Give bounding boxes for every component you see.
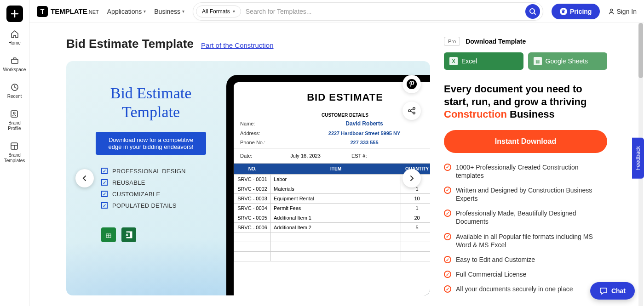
feature-item: ✓PROFESSIONAL DESIGN <box>101 168 217 175</box>
rail-brand-profile[interactable]: Brand Profile <box>8 107 21 134</box>
feedback-tab[interactable]: Feedback <box>632 138 644 179</box>
layout-icon <box>10 142 19 151</box>
doc-title: BID ESTIMATE <box>234 91 430 103</box>
logo-domain: .NET <box>87 9 99 15</box>
download-title: Download Template <box>466 38 526 45</box>
pinterest-button[interactable] <box>402 75 421 93</box>
breadcrumb-link[interactable]: Part of the Construction <box>201 41 274 49</box>
rail-brand-templates-label: Brand Templates <box>4 153 25 164</box>
pricing-button[interactable]: ♛ Pricing <box>552 4 600 19</box>
carousel-prev-button[interactable] <box>75 169 94 187</box>
svg-point-3 <box>13 112 15 114</box>
chevron-down-icon: ▾ <box>233 9 235 14</box>
table-row: SRVC - 0003Equipment Rental10$ <box>234 194 430 204</box>
benefit-item: ✓Written and Designed by Construction Bu… <box>444 186 607 203</box>
clock-icon <box>10 83 19 92</box>
preview-right-panel: BID ESTIMATE CUSTOMER DETAILS Name:David… <box>226 61 430 295</box>
feature-list: ✓PROFESSIONAL DESIGN ✓REUSABLE ✓CUSTOMIZ… <box>85 168 217 209</box>
right-column: Pro Download Template X Excel ▦ Google S… <box>444 37 607 297</box>
app-icons <box>85 227 217 242</box>
search-bar: All Formats ▾ <box>193 2 543 21</box>
benefit-item: ✓Full Commercial License <box>444 270 607 278</box>
rail-home[interactable]: Home <box>8 27 21 49</box>
check-icon: ✓ <box>101 168 108 174</box>
briefcase-icon <box>10 56 19 65</box>
plus-icon <box>11 10 19 18</box>
benefit-item: ✓Available in all Popular file formats i… <box>444 232 607 249</box>
main-area: T TEMPLATE.NET Applications ▾ Business ▾… <box>29 0 644 306</box>
signin-label: Sign In <box>616 8 637 15</box>
benefit-item: ✓Professionally Made, Beautifully Design… <box>444 209 607 226</box>
google-sheets-icon <box>101 227 116 242</box>
svg-point-9 <box>413 108 415 109</box>
rail-workspace[interactable]: Workspace <box>3 53 26 75</box>
home-icon <box>10 29 19 39</box>
content: Bid Estimate Template Part of the Constr… <box>29 23 644 306</box>
benefits-list: ✓1000+ Professionally Created Constructi… <box>444 163 607 294</box>
check-circle-icon: ✓ <box>444 285 451 293</box>
scrollbar-thumb[interactable] <box>638 23 643 78</box>
doc-table: NO.ITEMQUANTITYUNIT CO SRVC - 0001Labor5… <box>234 164 430 261</box>
search-input[interactable] <box>246 8 521 15</box>
logo-mark: T <box>37 6 48 17</box>
check-icon: ✓ <box>101 202 108 209</box>
sheets-file-icon: ▦ <box>534 57 542 65</box>
logo[interactable]: T TEMPLATE.NET <box>37 6 99 17</box>
chevron-right-icon <box>408 175 415 181</box>
logo-name: TEMPLATE <box>51 7 87 15</box>
search-button[interactable] <box>525 4 540 19</box>
table-row: SRVC - 0006Additional Item 25$ <box>234 223 430 232</box>
tablet-frame: BID ESTIMATE CUSTOMER DETAILS Name:David… <box>226 75 430 295</box>
check-circle-icon: ✓ <box>444 164 451 171</box>
excel-file-icon: X <box>449 57 458 65</box>
instant-download-button[interactable]: Instant Download <box>444 130 607 153</box>
format-filter[interactable]: All Formats ▾ <box>196 6 241 17</box>
rail-brand-profile-label: Brand Profile <box>8 120 21 131</box>
benefit-item: ✓All your documents securely in one plac… <box>444 285 607 293</box>
check-circle-icon: ✓ <box>444 271 451 278</box>
table-row: SRVC - 0001Labor50$ <box>234 175 430 184</box>
chevron-left-icon <box>81 175 88 181</box>
pro-badge: Pro <box>444 37 460 46</box>
feature-item: ✓POPULATED DETAILS <box>101 202 217 209</box>
rail-workspace-label: Workspace <box>3 67 26 73</box>
feature-item: ✓CUSTOMIZABLE <box>101 191 217 198</box>
doc-subtitle: CUSTOMER DETAILS <box>234 113 430 118</box>
download-header: Pro Download Template <box>444 37 607 46</box>
carousel-next-button[interactable] <box>402 169 421 187</box>
share-button[interactable] <box>402 102 421 120</box>
crown-icon: ♛ <box>560 8 567 15</box>
excel-icon <box>121 227 136 242</box>
rail-recent[interactable]: Recent <box>7 80 22 102</box>
benefit-item: ✓1000+ Professionally Created Constructi… <box>444 163 607 180</box>
preview-card: Bid Estimate Template Download now for a… <box>66 61 430 295</box>
rail-home-label: Home <box>8 40 21 46</box>
nav-applications-label: Applications <box>107 8 142 15</box>
rail-brand-templates[interactable]: Brand Templates <box>4 139 25 166</box>
nav-business[interactable]: Business ▾ <box>154 8 184 15</box>
table-row <box>234 232 430 242</box>
svg-point-6 <box>610 9 613 11</box>
add-button[interactable] <box>6 6 23 22</box>
nav-applications[interactable]: Applications ▾ <box>107 8 146 15</box>
chat-button[interactable]: Chat <box>590 282 635 300</box>
check-circle-icon: ✓ <box>444 233 451 240</box>
pinterest-icon <box>406 79 417 90</box>
chevron-down-icon: ▾ <box>144 9 146 14</box>
preview-banner: Download now for a competitive edge in y… <box>96 132 206 155</box>
check-circle-icon: ✓ <box>444 210 451 217</box>
profile-box-icon <box>10 109 19 119</box>
pitch-text: Every document you need to start, run, a… <box>444 83 607 121</box>
download-buttons: X Excel ▦ Google Sheets <box>444 52 607 70</box>
feature-item: ✓REUSABLE <box>101 179 217 186</box>
search-icon <box>529 8 536 15</box>
download-sheets-button[interactable]: ▦ Google Sheets <box>528 52 608 70</box>
table-row: SRVC - 0004Permit Fees1$ 2 <box>234 204 430 213</box>
check-circle-icon: ✓ <box>444 256 451 263</box>
svg-point-7 <box>407 79 417 89</box>
table-row: SRVC - 0002Materials1$ 1,0 <box>234 184 430 194</box>
chat-label: Chat <box>611 287 626 295</box>
signin-link[interactable]: Sign In <box>608 8 637 15</box>
download-excel-button[interactable]: X Excel <box>444 52 523 70</box>
left-sidebar: Home Workspace Recent Brand Profile Bran… <box>0 0 29 306</box>
